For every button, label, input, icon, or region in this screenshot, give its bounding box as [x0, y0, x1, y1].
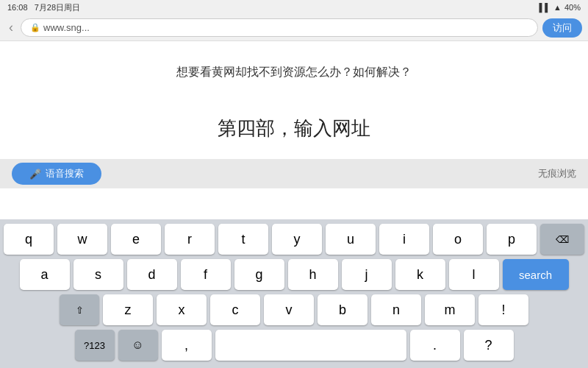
- key-k[interactable]: k: [395, 259, 445, 290]
- key-u[interactable]: u: [326, 224, 376, 255]
- content-area: 想要看黄网却找不到资源怎么办？如何解决？ 第四部，输入网址: [0, 41, 588, 159]
- key-p[interactable]: p: [487, 224, 537, 255]
- key-z[interactable]: z: [103, 294, 153, 325]
- key-r[interactable]: r: [165, 224, 215, 255]
- voice-bar: 🎤 语音搜索 无痕浏览: [0, 159, 588, 188]
- status-bar: 16:08 7月28日周日 ▌▌ ▲ 40%: [0, 0, 588, 15]
- keyboard: q w e r t y u i o p ⌫ a s d f g h j k l …: [0, 219, 588, 368]
- part-label: 第四部，输入网址: [218, 116, 370, 141]
- wifi-icon: ▲: [553, 3, 562, 12]
- key-m[interactable]: m: [425, 294, 475, 325]
- key-s[interactable]: s: [74, 259, 123, 290]
- battery-indicator: 40%: [564, 3, 581, 12]
- address-bar[interactable]: 🔒 www.sng...: [21, 18, 538, 37]
- key-b[interactable]: b: [318, 294, 368, 325]
- keyboard-row-1: q w e r t y u i o p ⌫: [1, 224, 587, 255]
- question-title: 想要看黄网却找不到资源怎么办？如何解决？: [162, 59, 426, 86]
- key-q[interactable]: q: [4, 224, 54, 255]
- key-comma[interactable]: ,: [162, 330, 212, 361]
- key-o[interactable]: o: [433, 224, 483, 255]
- search-key[interactable]: search: [503, 259, 569, 290]
- voice-search-button[interactable]: 🎤 语音搜索: [12, 163, 101, 185]
- voice-search-label: 语音搜索: [46, 167, 84, 180]
- shift-key[interactable]: ⇧: [60, 294, 99, 325]
- key-n[interactable]: n: [371, 294, 421, 325]
- key-l[interactable]: l: [449, 259, 499, 290]
- keyboard-row-4: ?123 ☺ , . ?: [1, 330, 587, 361]
- key-v[interactable]: v: [264, 294, 314, 325]
- key-question[interactable]: ?: [464, 330, 514, 361]
- status-indicators: ▌▌ ▲ 40%: [539, 3, 581, 12]
- key-w[interactable]: w: [57, 224, 107, 255]
- key-t[interactable]: t: [218, 224, 268, 255]
- microphone-icon: 🎤: [29, 169, 41, 180]
- signal-icon: ▌▌: [539, 3, 551, 12]
- key-y[interactable]: y: [272, 224, 322, 255]
- lock-icon: 🔒: [30, 23, 40, 32]
- visit-button[interactable]: 访问: [542, 18, 582, 38]
- emoji-key[interactable]: ☺: [118, 330, 158, 361]
- status-time: 16:08: [7, 3, 28, 12]
- keyboard-row-2: a s d f g h j k l search: [1, 259, 587, 290]
- symbols-key[interactable]: ?123: [75, 330, 115, 361]
- key-x[interactable]: x: [157, 294, 207, 325]
- key-h[interactable]: h: [288, 259, 338, 290]
- browser-bar: ‹ 🔒 www.sng... 访问: [0, 15, 588, 41]
- key-period[interactable]: .: [410, 330, 460, 361]
- status-date: 7月28日周日: [35, 3, 80, 12]
- key-f[interactable]: f: [181, 259, 231, 290]
- key-j[interactable]: j: [342, 259, 392, 290]
- backspace-key[interactable]: ⌫: [540, 224, 584, 255]
- key-i[interactable]: i: [379, 224, 429, 255]
- back-button[interactable]: ‹: [6, 20, 16, 35]
- key-a[interactable]: a: [20, 259, 70, 290]
- private-browsing-label: 无痕浏览: [538, 167, 576, 180]
- space-key[interactable]: [215, 330, 406, 361]
- status-time-date: 16:08 7月28日周日: [7, 2, 80, 13]
- key-e[interactable]: e: [111, 224, 161, 255]
- key-exclaim[interactable]: !: [478, 294, 528, 325]
- address-text[interactable]: www.sng...: [43, 22, 90, 33]
- keyboard-row-3: ⇧ z x c v b n m !: [1, 294, 587, 325]
- key-d[interactable]: d: [127, 259, 177, 290]
- key-g[interactable]: g: [234, 259, 284, 290]
- key-c[interactable]: c: [210, 294, 260, 325]
